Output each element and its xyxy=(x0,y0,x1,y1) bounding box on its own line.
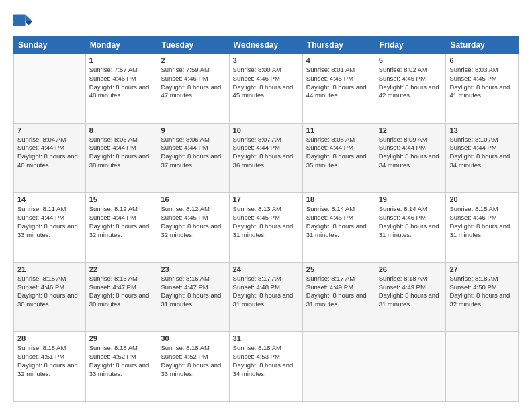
calendar-cell: 21Sunrise: 8:15 AMSunset: 4:46 PMDayligh… xyxy=(14,262,86,332)
day-detail: Sunrise: 8:09 AMSunset: 4:44 PMDaylight:… xyxy=(379,136,443,170)
day-number: 10 xyxy=(233,126,299,134)
day-number: 12 xyxy=(379,126,443,134)
calendar-cell: 26Sunrise: 8:18 AMSunset: 4:49 PMDayligh… xyxy=(375,262,446,332)
calendar-cell xyxy=(14,54,86,124)
calendar-cell: 1Sunrise: 7:57 AMSunset: 4:46 PMDaylight… xyxy=(85,54,157,124)
day-number: 22 xyxy=(89,265,154,273)
calendar-cell: 4Sunrise: 8:01 AMSunset: 4:45 PMDaylight… xyxy=(302,54,375,124)
day-detail: Sunrise: 8:15 AMSunset: 4:46 PMDaylight:… xyxy=(449,205,515,239)
day-number: 23 xyxy=(161,265,225,273)
day-detail: Sunrise: 8:06 AMSunset: 4:44 PMDaylight:… xyxy=(161,136,225,170)
day-number: 11 xyxy=(306,126,371,134)
calendar-cell: 17Sunrise: 8:13 AMSunset: 4:45 PMDayligh… xyxy=(229,193,302,263)
day-header-sunday: Sunday xyxy=(14,37,86,54)
day-number: 19 xyxy=(379,195,443,203)
day-number: 7 xyxy=(17,126,82,134)
day-number: 29 xyxy=(89,334,154,342)
day-detail: Sunrise: 8:16 AMSunset: 4:47 PMDaylight:… xyxy=(161,275,225,309)
day-header-thursday: Thursday xyxy=(302,37,375,54)
calendar-cell: 18Sunrise: 8:14 AMSunset: 4:45 PMDayligh… xyxy=(302,193,375,263)
calendar-cell: 9Sunrise: 8:06 AMSunset: 4:44 PMDaylight… xyxy=(157,123,229,193)
calendar-cell: 13Sunrise: 8:10 AMSunset: 4:44 PMDayligh… xyxy=(446,123,519,193)
day-detail: Sunrise: 8:11 AMSunset: 4:44 PMDaylight:… xyxy=(17,205,82,239)
day-detail: Sunrise: 8:17 AMSunset: 4:49 PMDaylight:… xyxy=(306,275,371,309)
calendar-cell: 8Sunrise: 8:05 AMSunset: 4:44 PMDaylight… xyxy=(85,123,157,193)
calendar-cell: 23Sunrise: 8:16 AMSunset: 4:47 PMDayligh… xyxy=(157,262,229,332)
calendar-cell: 15Sunrise: 8:12 AMSunset: 4:44 PMDayligh… xyxy=(85,193,157,263)
day-detail: Sunrise: 8:17 AMSunset: 4:48 PMDaylight:… xyxy=(233,275,299,309)
calendar-cell: 20Sunrise: 8:15 AMSunset: 4:46 PMDayligh… xyxy=(446,193,519,263)
day-number: 21 xyxy=(17,265,82,273)
week-row-2: 7Sunrise: 8:04 AMSunset: 4:44 PMDaylight… xyxy=(14,123,519,193)
day-detail: Sunrise: 8:18 AMSunset: 4:53 PMDaylight:… xyxy=(233,344,299,378)
svg-marker-0 xyxy=(26,15,33,22)
day-number: 6 xyxy=(449,56,515,64)
day-detail: Sunrise: 8:07 AMSunset: 4:44 PMDaylight:… xyxy=(233,136,299,170)
week-row-1: 1Sunrise: 7:57 AMSunset: 4:46 PMDaylight… xyxy=(14,54,519,124)
day-detail: Sunrise: 7:59 AMSunset: 4:46 PMDaylight:… xyxy=(161,66,225,100)
day-number: 4 xyxy=(306,56,371,64)
day-number: 3 xyxy=(233,56,299,64)
svg-marker-1 xyxy=(26,21,33,25)
calendar-cell xyxy=(446,332,519,402)
calendar-cell: 22Sunrise: 8:16 AMSunset: 4:47 PMDayligh… xyxy=(85,262,157,332)
day-header-monday: Monday xyxy=(85,37,157,54)
calendar-cell: 2Sunrise: 7:59 AMSunset: 4:46 PMDaylight… xyxy=(157,54,229,124)
day-detail: Sunrise: 8:01 AMSunset: 4:45 PMDaylight:… xyxy=(306,66,371,100)
page: SundayMondayTuesdayWednesdayThursdayFrid… xyxy=(0,0,532,411)
header xyxy=(13,12,519,31)
calendar-cell: 28Sunrise: 8:18 AMSunset: 4:51 PMDayligh… xyxy=(14,332,86,402)
day-number: 25 xyxy=(306,265,371,273)
calendar-cell: 16Sunrise: 8:12 AMSunset: 4:45 PMDayligh… xyxy=(157,193,229,263)
week-row-3: 14Sunrise: 8:11 AMSunset: 4:44 PMDayligh… xyxy=(14,193,519,263)
day-detail: Sunrise: 8:13 AMSunset: 4:45 PMDaylight:… xyxy=(233,205,299,239)
calendar-cell: 11Sunrise: 8:08 AMSunset: 4:44 PMDayligh… xyxy=(302,123,375,193)
logo-icon xyxy=(13,12,32,31)
day-detail: Sunrise: 8:18 AMSunset: 4:50 PMDaylight:… xyxy=(449,275,515,309)
calendar-cell: 12Sunrise: 8:09 AMSunset: 4:44 PMDayligh… xyxy=(375,123,446,193)
svg-rect-3 xyxy=(13,21,26,26)
day-detail: Sunrise: 8:05 AMSunset: 4:44 PMDaylight:… xyxy=(89,136,154,170)
day-number: 18 xyxy=(306,195,371,203)
calendar-cell: 14Sunrise: 8:11 AMSunset: 4:44 PMDayligh… xyxy=(14,193,86,263)
calendar-cell: 29Sunrise: 8:18 AMSunset: 4:52 PMDayligh… xyxy=(85,332,157,402)
day-detail: Sunrise: 8:18 AMSunset: 4:49 PMDaylight:… xyxy=(379,275,443,309)
day-detail: Sunrise: 8:00 AMSunset: 4:46 PMDaylight:… xyxy=(233,66,299,100)
day-detail: Sunrise: 7:57 AMSunset: 4:46 PMDaylight:… xyxy=(89,66,154,100)
day-detail: Sunrise: 8:18 AMSunset: 4:52 PMDaylight:… xyxy=(161,344,225,378)
day-number: 14 xyxy=(17,195,82,203)
calendar-cell: 31Sunrise: 8:18 AMSunset: 4:53 PMDayligh… xyxy=(229,332,302,402)
day-detail: Sunrise: 8:02 AMSunset: 4:45 PMDaylight:… xyxy=(379,66,443,100)
day-header-tuesday: Tuesday xyxy=(157,37,229,54)
svg-rect-2 xyxy=(13,15,26,22)
calendar-cell: 10Sunrise: 8:07 AMSunset: 4:44 PMDayligh… xyxy=(229,123,302,193)
day-header-wednesday: Wednesday xyxy=(229,37,302,54)
calendar: SundayMondayTuesdayWednesdayThursdayFrid… xyxy=(13,36,519,402)
day-number: 8 xyxy=(89,126,154,134)
day-detail: Sunrise: 8:15 AMSunset: 4:46 PMDaylight:… xyxy=(17,275,82,309)
day-number: 27 xyxy=(449,265,515,273)
calendar-cell xyxy=(302,332,375,402)
day-number: 15 xyxy=(89,195,154,203)
calendar-header-row: SundayMondayTuesdayWednesdayThursdayFrid… xyxy=(14,37,519,54)
day-detail: Sunrise: 8:12 AMSunset: 4:45 PMDaylight:… xyxy=(161,205,225,239)
day-number: 2 xyxy=(161,56,225,64)
day-detail: Sunrise: 8:12 AMSunset: 4:44 PMDaylight:… xyxy=(89,205,154,239)
day-number: 17 xyxy=(233,195,299,203)
day-number: 31 xyxy=(233,334,299,342)
day-header-friday: Friday xyxy=(375,37,446,54)
calendar-cell: 30Sunrise: 8:18 AMSunset: 4:52 PMDayligh… xyxy=(157,332,229,402)
day-number: 20 xyxy=(449,195,515,203)
day-number: 13 xyxy=(449,126,515,134)
calendar-cell: 19Sunrise: 8:14 AMSunset: 4:46 PMDayligh… xyxy=(375,193,446,263)
calendar-cell: 6Sunrise: 8:03 AMSunset: 4:45 PMDaylight… xyxy=(446,54,519,124)
calendar-cell: 25Sunrise: 8:17 AMSunset: 4:49 PMDayligh… xyxy=(302,262,375,332)
day-number: 9 xyxy=(161,126,225,134)
day-detail: Sunrise: 8:14 AMSunset: 4:45 PMDaylight:… xyxy=(306,205,371,239)
calendar-cell: 27Sunrise: 8:18 AMSunset: 4:50 PMDayligh… xyxy=(446,262,519,332)
day-detail: Sunrise: 8:10 AMSunset: 4:44 PMDaylight:… xyxy=(449,136,515,170)
day-number: 26 xyxy=(379,265,443,273)
day-number: 16 xyxy=(161,195,225,203)
calendar-cell xyxy=(375,332,446,402)
day-number: 1 xyxy=(89,56,154,64)
